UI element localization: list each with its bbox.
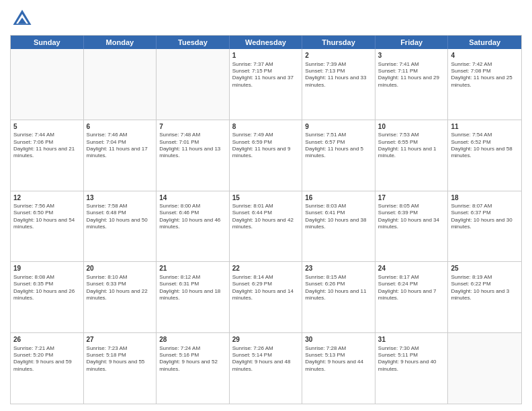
page: SundayMondayTuesdayWednesdayThursdayFrid… bbox=[0, 0, 532, 411]
day-number: 4 bbox=[451, 51, 519, 60]
calendar-cell bbox=[84, 49, 157, 120]
cell-info: Sunrise: 7:56 AM Sunset: 6:50 PM Dayligh… bbox=[13, 203, 81, 231]
cell-info: Sunrise: 8:19 AM Sunset: 6:22 PM Dayligh… bbox=[451, 274, 519, 302]
cell-info: Sunrise: 7:41 AM Sunset: 7:11 PM Dayligh… bbox=[378, 61, 445, 89]
header bbox=[10, 7, 522, 31]
calendar-week-5: 26Sunrise: 7:21 AM Sunset: 5:20 PM Dayli… bbox=[11, 332, 521, 404]
calendar-cell: 23Sunrise: 8:15 AM Sunset: 6:26 PM Dayli… bbox=[302, 262, 375, 332]
cell-info: Sunrise: 7:49 AM Sunset: 6:59 PM Dayligh… bbox=[232, 132, 300, 160]
calendar-cell: 6Sunrise: 7:46 AM Sunset: 7:04 PM Daylig… bbox=[84, 120, 157, 191]
calendar-cell: 25Sunrise: 8:19 AM Sunset: 6:22 PM Dayli… bbox=[448, 262, 521, 332]
calendar: SundayMondayTuesdayWednesdayThursdayFrid… bbox=[10, 35, 522, 404]
header-day-saturday: Saturday bbox=[448, 36, 521, 49]
day-number: 21 bbox=[159, 264, 226, 273]
day-number: 28 bbox=[159, 335, 226, 345]
cell-info: Sunrise: 8:03 AM Sunset: 6:41 PM Dayligh… bbox=[305, 203, 372, 231]
day-number: 27 bbox=[87, 335, 154, 345]
cell-info: Sunrise: 7:24 AM Sunset: 5:16 PM Dayligh… bbox=[159, 345, 226, 373]
calendar-week-3: 12Sunrise: 7:56 AM Sunset: 6:50 PM Dayli… bbox=[11, 191, 521, 262]
cell-info: Sunrise: 7:37 AM Sunset: 7:15 PM Dayligh… bbox=[232, 61, 300, 89]
cell-info: Sunrise: 8:07 AM Sunset: 6:37 PM Dayligh… bbox=[451, 203, 519, 231]
calendar-cell: 15Sunrise: 8:01 AM Sunset: 6:44 PM Dayli… bbox=[230, 191, 303, 262]
day-number: 8 bbox=[232, 122, 300, 132]
cell-info: Sunrise: 7:23 AM Sunset: 5:18 PM Dayligh… bbox=[87, 345, 154, 373]
cell-info: Sunrise: 7:21 AM Sunset: 5:20 PM Dayligh… bbox=[13, 345, 81, 373]
day-number: 13 bbox=[87, 193, 154, 203]
cell-info: Sunrise: 7:44 AM Sunset: 7:06 PM Dayligh… bbox=[13, 132, 81, 160]
cell-info: Sunrise: 7:26 AM Sunset: 5:14 PM Dayligh… bbox=[232, 345, 300, 373]
header-day-monday: Monday bbox=[84, 36, 157, 49]
calendar-cell: 7Sunrise: 7:48 AM Sunset: 7:01 PM Daylig… bbox=[157, 120, 230, 191]
calendar-cell: 24Sunrise: 8:17 AM Sunset: 6:24 PM Dayli… bbox=[375, 262, 449, 332]
day-number: 30 bbox=[305, 335, 372, 345]
day-number: 19 bbox=[13, 264, 81, 273]
calendar-cell: 27Sunrise: 7:23 AM Sunset: 5:18 PM Dayli… bbox=[84, 333, 157, 404]
cell-info: Sunrise: 8:08 AM Sunset: 6:35 PM Dayligh… bbox=[13, 274, 81, 302]
calendar-cell: 28Sunrise: 7:24 AM Sunset: 5:16 PM Dayli… bbox=[157, 333, 230, 404]
calendar-cell: 26Sunrise: 7:21 AM Sunset: 5:20 PM Dayli… bbox=[11, 333, 84, 404]
calendar-body: 1Sunrise: 7:37 AM Sunset: 7:15 PM Daylig… bbox=[11, 49, 521, 404]
calendar-cell: 22Sunrise: 8:14 AM Sunset: 6:29 PM Dayli… bbox=[230, 262, 303, 332]
day-number: 9 bbox=[305, 122, 372, 132]
calendar-cell: 5Sunrise: 7:44 AM Sunset: 7:06 PM Daylig… bbox=[11, 120, 84, 191]
calendar-cell bbox=[448, 333, 521, 404]
cell-info: Sunrise: 7:53 AM Sunset: 6:55 PM Dayligh… bbox=[378, 132, 445, 160]
calendar-cell: 13Sunrise: 7:58 AM Sunset: 6:48 PM Dayli… bbox=[84, 191, 157, 262]
header-day-friday: Friday bbox=[375, 36, 449, 49]
calendar-week-2: 5Sunrise: 7:44 AM Sunset: 7:06 PM Daylig… bbox=[11, 120, 521, 191]
calendar-cell: 17Sunrise: 8:05 AM Sunset: 6:39 PM Dayli… bbox=[375, 191, 449, 262]
cell-info: Sunrise: 8:15 AM Sunset: 6:26 PM Dayligh… bbox=[305, 274, 372, 302]
calendar-cell: 20Sunrise: 8:10 AM Sunset: 6:33 PM Dayli… bbox=[84, 262, 157, 332]
calendar-cell: 10Sunrise: 7:53 AM Sunset: 6:55 PM Dayli… bbox=[375, 120, 449, 191]
cell-info: Sunrise: 8:00 AM Sunset: 6:46 PM Dayligh… bbox=[159, 203, 226, 231]
day-number: 24 bbox=[378, 264, 445, 273]
calendar-week-1: 1Sunrise: 7:37 AM Sunset: 7:15 PM Daylig… bbox=[11, 49, 521, 120]
day-number: 20 bbox=[87, 264, 154, 273]
calendar-cell: 14Sunrise: 8:00 AM Sunset: 6:46 PM Dayli… bbox=[157, 191, 230, 262]
day-number: 6 bbox=[87, 122, 154, 132]
day-number: 29 bbox=[232, 335, 300, 345]
calendar-cell: 3Sunrise: 7:41 AM Sunset: 7:11 PM Daylig… bbox=[375, 49, 449, 120]
cell-info: Sunrise: 8:05 AM Sunset: 6:39 PM Dayligh… bbox=[378, 203, 445, 231]
calendar-cell: 1Sunrise: 7:37 AM Sunset: 7:15 PM Daylig… bbox=[230, 49, 303, 120]
day-number: 12 bbox=[13, 193, 81, 203]
cell-info: Sunrise: 7:30 AM Sunset: 5:11 PM Dayligh… bbox=[378, 345, 445, 373]
day-number: 5 bbox=[13, 122, 81, 132]
calendar-cell: 29Sunrise: 7:26 AM Sunset: 5:14 PM Dayli… bbox=[230, 333, 303, 404]
day-number: 1 bbox=[232, 51, 300, 60]
day-number: 3 bbox=[378, 51, 445, 60]
cell-info: Sunrise: 7:28 AM Sunset: 5:13 PM Dayligh… bbox=[305, 345, 372, 373]
cell-info: Sunrise: 7:39 AM Sunset: 7:13 PM Dayligh… bbox=[305, 61, 372, 89]
calendar-cell: 4Sunrise: 7:42 AM Sunset: 7:08 PM Daylig… bbox=[448, 49, 521, 120]
day-number: 25 bbox=[451, 264, 519, 273]
calendar-cell: 16Sunrise: 8:03 AM Sunset: 6:41 PM Dayli… bbox=[302, 191, 375, 262]
day-number: 17 bbox=[378, 193, 445, 203]
header-day-wednesday: Wednesday bbox=[230, 36, 303, 49]
calendar-cell: 8Sunrise: 7:49 AM Sunset: 6:59 PM Daylig… bbox=[230, 120, 303, 191]
day-number: 14 bbox=[159, 193, 226, 203]
day-number: 18 bbox=[451, 193, 519, 203]
day-number: 26 bbox=[13, 335, 81, 345]
cell-info: Sunrise: 8:17 AM Sunset: 6:24 PM Dayligh… bbox=[378, 274, 445, 302]
cell-info: Sunrise: 7:42 AM Sunset: 7:08 PM Dayligh… bbox=[451, 61, 519, 89]
day-number: 15 bbox=[232, 193, 300, 203]
header-day-sunday: Sunday bbox=[11, 36, 84, 49]
calendar-header: SundayMondayTuesdayWednesdayThursdayFrid… bbox=[11, 36, 521, 49]
day-number: 10 bbox=[378, 122, 445, 132]
cell-info: Sunrise: 8:12 AM Sunset: 6:31 PM Dayligh… bbox=[159, 274, 226, 302]
day-number: 23 bbox=[305, 264, 372, 273]
cell-info: Sunrise: 8:10 AM Sunset: 6:33 PM Dayligh… bbox=[87, 274, 154, 302]
calendar-cell: 12Sunrise: 7:56 AM Sunset: 6:50 PM Dayli… bbox=[11, 191, 84, 262]
calendar-week-4: 19Sunrise: 8:08 AM Sunset: 6:35 PM Dayli… bbox=[11, 261, 521, 332]
day-number: 22 bbox=[232, 264, 300, 273]
day-number: 11 bbox=[451, 122, 519, 132]
calendar-cell bbox=[11, 49, 84, 120]
logo bbox=[10, 7, 37, 31]
calendar-cell: 9Sunrise: 7:51 AM Sunset: 6:57 PM Daylig… bbox=[302, 120, 375, 191]
cell-info: Sunrise: 8:01 AM Sunset: 6:44 PM Dayligh… bbox=[232, 203, 300, 231]
cell-info: Sunrise: 7:51 AM Sunset: 6:57 PM Dayligh… bbox=[305, 132, 372, 160]
calendar-cell: 19Sunrise: 8:08 AM Sunset: 6:35 PM Dayli… bbox=[11, 262, 84, 332]
cell-info: Sunrise: 7:46 AM Sunset: 7:04 PM Dayligh… bbox=[87, 132, 154, 160]
day-number: 2 bbox=[305, 51, 372, 60]
calendar-cell: 21Sunrise: 8:12 AM Sunset: 6:31 PM Dayli… bbox=[157, 262, 230, 332]
